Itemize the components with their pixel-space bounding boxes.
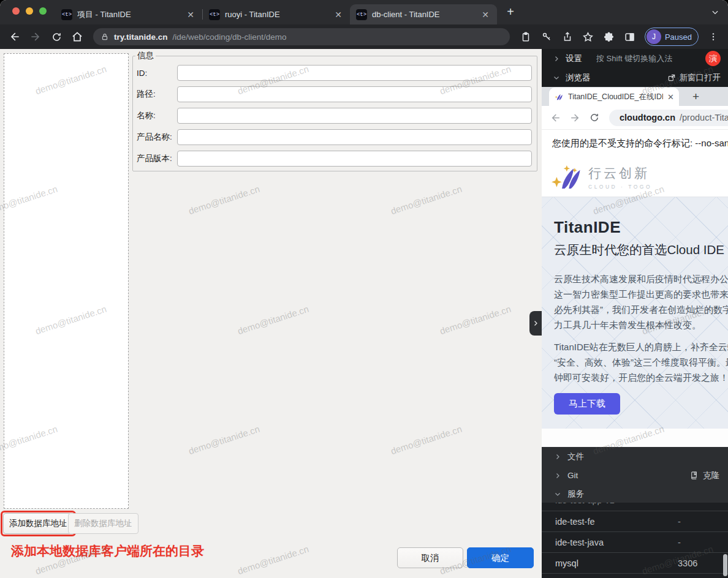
browser-page-gap xyxy=(542,429,728,447)
cancel-button[interactable]: 取消 xyxy=(397,547,463,568)
forward-icon[interactable] xyxy=(566,109,583,126)
settings-section-header[interactable]: 设置 按 Shift 键切换输入法 演 xyxy=(542,49,728,68)
chevron-right-icon xyxy=(553,55,560,62)
minimize-window-button[interactable] xyxy=(26,7,33,15)
profile-paused-button[interactable]: J Paused xyxy=(645,28,699,46)
db-client-page: 信息 ID: 路径: 名称: 产品名称: 产品版本: xyxy=(0,49,542,578)
tab-search-chevron-icon[interactable] xyxy=(711,8,719,17)
files-section-header[interactable]: 文件 xyxy=(542,447,728,466)
brand-tagline: CLOUD · TOGO xyxy=(588,184,652,190)
chevron-down-icon xyxy=(553,74,560,81)
download-button[interactable]: 马上下载 xyxy=(554,393,620,415)
url-host: try.titanide.cn xyxy=(114,32,168,42)
titanide-favicon: <t> xyxy=(356,9,367,20)
product-version-field[interactable] xyxy=(177,151,532,167)
bookmark-star-icon[interactable] xyxy=(580,28,597,45)
close-tab-icon[interactable]: ✕ xyxy=(480,9,491,20)
db-address-list[interactable] xyxy=(4,53,129,509)
open-new-window-button[interactable]: 新窗口打开 xyxy=(667,72,721,83)
service-row[interactable]: ide-test-java - xyxy=(542,532,728,553)
back-icon[interactable] xyxy=(6,28,23,45)
reload-icon[interactable] xyxy=(586,109,603,126)
service-row[interactable]: ide-test-fe - xyxy=(542,511,728,532)
demo-badge[interactable]: 演 xyxy=(705,51,721,66)
hero-subtitle: 云原生时代您的首选Cloud IDE xyxy=(554,241,728,258)
chevron-right-icon xyxy=(554,472,561,479)
close-tab-icon[interactable]: ✕ xyxy=(185,9,196,20)
service-row[interactable]: ide-test-app-v1 - xyxy=(542,503,728,511)
services-scrollbar[interactable] xyxy=(723,554,727,576)
tab-project[interactable]: <t> 项目 - TitanIDE ✕ xyxy=(55,4,202,24)
services-label: 服务 xyxy=(567,489,584,500)
info-legend: 信息 xyxy=(135,50,156,61)
url-path: /product-TitanIDE xyxy=(680,113,728,122)
zoom-window-button[interactable] xyxy=(39,7,47,15)
tab-db-client[interactable]: <t> db-client - TitanIDE ✕ xyxy=(350,4,497,24)
lock-icon xyxy=(100,32,109,41)
path-field[interactable] xyxy=(177,86,532,102)
inner-browser-tab[interactable]: TitanIDE_CloudIDE_在线IDE_官网 ✕ xyxy=(549,88,679,106)
brand-name: 行云创新 xyxy=(588,165,652,182)
side-panel-icon[interactable] xyxy=(621,28,639,45)
git-section-header[interactable]: Git 克隆 xyxy=(542,466,728,485)
services-section-header[interactable]: 服务 xyxy=(542,485,728,503)
cloudtogo-logo xyxy=(550,163,582,191)
git-label: Git xyxy=(567,471,578,480)
repo-icon xyxy=(689,471,699,480)
service-row[interactable]: mysql 3306 xyxy=(542,553,728,574)
url-path: /ide/web/coding/db-client/demo xyxy=(173,32,287,42)
profile-avatar: J xyxy=(646,29,661,44)
tab-title: 项目 - TitanIDE xyxy=(77,9,180,20)
ime-hint: 按 Shift 键切换输入法 xyxy=(596,53,672,64)
inner-address-bar[interactable]: cloudtogo.cn/product-TitanIDE xyxy=(609,110,728,126)
browser-section-header[interactable]: 浏览器 新窗口打开 xyxy=(542,68,728,87)
close-window-button[interactable] xyxy=(12,7,20,15)
browser-window: <t> 项目 - TitanIDE ✕ <t> ruoyi - TitanIDE… xyxy=(0,0,728,578)
path-label: 路径: xyxy=(137,89,177,100)
name-field[interactable] xyxy=(177,108,532,124)
back-icon[interactable] xyxy=(547,109,564,126)
ide-side-panel: 设置 按 Shift 键切换输入法 演 浏览器 新窗口打开 TitanIDE_C… xyxy=(542,49,728,578)
product-name-field[interactable] xyxy=(177,129,532,145)
product-version-label: 产品版本: xyxy=(137,153,177,164)
password-key-icon[interactable] xyxy=(538,28,555,45)
cloudtogo-favicon xyxy=(554,92,564,102)
delete-db-address-button[interactable]: 删除数据库地址 xyxy=(68,513,138,534)
sidebar-collapse-handle[interactable] xyxy=(529,311,542,336)
hero-section: TitanIDE 云原生时代您的首选Cloud IDE 云原生技术高速发展和后疫… xyxy=(542,197,728,429)
product-name-label: 产品名称: xyxy=(137,132,177,143)
titanide-favicon: <t> xyxy=(209,9,220,20)
paused-label: Paused xyxy=(665,32,692,42)
git-clone-button[interactable]: 克隆 xyxy=(689,470,719,481)
hero-title: TitanIDE xyxy=(554,218,728,237)
cloudtogo-brand-header: 行云创新 CLOUD · TOGO xyxy=(542,157,728,197)
browser-toolbar: try.titanide.cn/ide/web/coding/db-client… xyxy=(0,24,728,49)
kebab-menu-icon[interactable] xyxy=(705,28,722,45)
files-label: 文件 xyxy=(567,451,584,462)
id-label: ID: xyxy=(137,69,177,78)
address-bar[interactable]: try.titanide.cn/ide/web/coding/db-client… xyxy=(93,28,510,45)
new-tab-button[interactable]: + xyxy=(692,90,699,103)
id-field[interactable] xyxy=(177,65,532,81)
url-host: cloudtogo.cn xyxy=(620,113,675,122)
inner-browser-tabstrip: TitanIDE_CloudIDE_在线IDE_官网 ✕ + xyxy=(542,87,728,106)
tab-ruoyi[interactable]: <t> ruoyi - TitanIDE ✕ xyxy=(203,4,350,24)
new-tab-button[interactable]: + xyxy=(502,4,519,21)
unsupported-flag-warning: 您使用的是不受支持的命令行标记: --no-sandbox xyxy=(542,129,728,157)
close-tab-icon[interactable]: ✕ xyxy=(333,9,344,20)
home-icon[interactable] xyxy=(69,28,86,45)
settings-label: 设置 xyxy=(566,53,582,64)
confirm-button[interactable]: 确定 xyxy=(467,547,534,568)
add-db-address-button[interactable]: 添加数据库地址 xyxy=(3,513,74,534)
reload-icon[interactable] xyxy=(48,28,65,45)
chevron-right-icon xyxy=(532,320,539,327)
close-tab-icon[interactable]: ✕ xyxy=(667,92,674,102)
hero-paragraph-1: 云原生技术高速发展和后疫情时代远程办公等多种 这一智力密集型工作提出更高的要求也… xyxy=(554,271,728,332)
annotation-text: 添加本地数据库客户端所在的目录 xyxy=(11,542,204,560)
tab-title: ruoyi - TitanIDE xyxy=(225,10,328,19)
chevron-down-icon xyxy=(554,490,561,498)
extensions-puzzle-icon[interactable] xyxy=(601,28,618,45)
forward-icon[interactable] xyxy=(27,28,44,45)
clipboard-icon[interactable] xyxy=(517,28,534,45)
share-icon[interactable] xyxy=(559,28,576,45)
